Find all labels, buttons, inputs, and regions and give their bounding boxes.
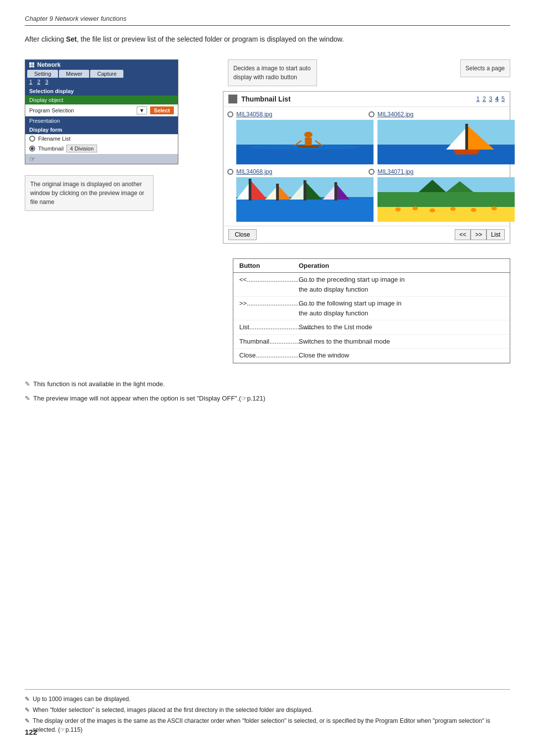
radio-callout-text: Decides a image to start auto display wi…: [233, 65, 311, 81]
footer-note-text-1: Up to 1000 images can be displayed.: [33, 695, 130, 704]
svg-point-33: [429, 208, 435, 212]
tab-setting[interactable]: Setting: [27, 70, 58, 78]
list-operation: Switches to the List mode: [299, 322, 504, 332]
thumbnail-operation: Switches to the thumbnail mode: [299, 337, 504, 347]
thumb-radio-4[interactable]: [369, 169, 374, 175]
network-titlebar: Network: [25, 60, 178, 70]
thumb-item-4-header: MIL34071.jpg: [369, 168, 506, 175]
water-ski-image: [236, 120, 374, 164]
prev-operation: Go to the preceding start up image inthe…: [299, 275, 504, 294]
network-title-text: Network: [37, 61, 60, 68]
svg-rect-8: [377, 120, 515, 145]
thumbnail-window-icon: [228, 95, 237, 103]
filename-list-label: Filename List: [38, 136, 70, 142]
footer-note-2: ✎ When "folder selection" is selected, i…: [25, 706, 510, 714]
presentation-label: Presentation: [25, 116, 178, 125]
select-button[interactable]: Select: [150, 106, 174, 114]
svg-point-32: [413, 206, 418, 210]
note-text-1: This function is not available in the li…: [33, 378, 165, 390]
thumb-item-2-header: MIL34062.jpg: [369, 111, 506, 118]
footer-section: ✎ Up to 1000 images can be displayed. ✎ …: [25, 689, 510, 736]
tab-numbers-row: 1 2 3: [25, 78, 178, 87]
svg-rect-9: [377, 145, 515, 164]
thumb-image-3[interactable]: [236, 177, 374, 222]
four-division-btn[interactable]: 4 Division: [66, 145, 97, 152]
display-object-label: Display object: [25, 96, 178, 104]
intro-paragraph: After clicking Set, the file list or pre…: [25, 34, 510, 45]
next-operation: Go to the following start up image inthe…: [299, 299, 504, 318]
notes-section: ✎ This function is not available in the …: [25, 378, 510, 404]
table-header-row: Button Operation: [233, 259, 510, 273]
footer-note-3: ✎ The display order of the images is the…: [25, 716, 510, 734]
tab-mewer[interactable]: Mewer: [59, 70, 89, 78]
table-row-close: Close.......................... Close th…: [233, 349, 510, 363]
hand-cursor-icon: ☞: [29, 155, 36, 163]
thumb-radio-3[interactable]: [227, 169, 233, 175]
thumbnail-item-4: MIL34071.jpg: [369, 168, 506, 222]
thumb-filename-4[interactable]: MIL34071.jpg: [377, 168, 414, 175]
table-row-thumbnail: Thumbnail.................. Switches to …: [233, 335, 510, 349]
thumbnail-window: Thumbnail List 1 2 3 4 5: [223, 91, 510, 244]
prev-btn-label: <<.....................................: [239, 275, 299, 294]
program-dropdown[interactable]: ▼: [137, 106, 147, 114]
thumbnail-radio[interactable]: [29, 146, 35, 151]
left-callout-text: The original image is displayed on anoth…: [30, 181, 144, 205]
boats-image: [236, 177, 374, 222]
svg-rect-7: [298, 146, 319, 148]
thumb-image-1[interactable]: [236, 120, 374, 164]
next-btn-label: >>.....................................: [239, 299, 299, 318]
thumbnail-btn-label: Thumbnail..................: [239, 337, 299, 347]
svg-point-35: [471, 208, 476, 212]
svg-rect-15: [236, 197, 374, 222]
tab-capture[interactable]: Capture: [90, 70, 123, 78]
thumbnail-footer: Close << >> List: [223, 226, 510, 243]
operation-column-header: Operation: [299, 262, 504, 269]
tab-num-2[interactable]: 2: [37, 79, 40, 85]
page-4[interactable]: 4: [495, 96, 499, 102]
page-1[interactable]: 1: [477, 96, 480, 102]
svg-marker-13: [453, 150, 480, 154]
svg-rect-21: [276, 184, 279, 201]
thumb-image-4[interactable]: [377, 177, 515, 222]
tab-num-1[interactable]: 1: [29, 79, 32, 85]
thumbnail-radio-row: Thumbnail 4 Division: [25, 143, 178, 154]
thumb-radio-2[interactable]: [369, 111, 374, 117]
note-icon-1: ✎: [25, 378, 30, 390]
display-form-header: Display form: [25, 125, 178, 134]
footer-note-text-2: When "folder selection" is selected, ima…: [33, 706, 313, 714]
page-callout-text: Selects a page: [466, 65, 505, 72]
close-button[interactable]: Close: [228, 229, 257, 240]
table-row-next: >>..................................... …: [233, 297, 510, 320]
next-button[interactable]: >>: [471, 229, 486, 240]
thumbnail-item-3: MIL34068.jpg: [227, 168, 365, 222]
boats-svg: [236, 177, 374, 222]
network-tabs-row: Setting Mewer Capture: [25, 70, 178, 78]
thumb-item-1-header: MIL34058.jpg: [227, 111, 365, 118]
filename-list-radio[interactable]: [29, 136, 35, 142]
thumb-image-2[interactable]: [377, 120, 515, 164]
note-text-2: The preview image will not appear when t…: [33, 393, 266, 404]
prev-button[interactable]: <<: [455, 229, 471, 240]
tab-num-3[interactable]: 3: [45, 79, 48, 85]
footer-note-text-3: The display order of the images is the s…: [33, 716, 510, 734]
page-callout-box: Selects a page: [460, 59, 510, 77]
page-3[interactable]: 3: [489, 96, 492, 102]
thumb-radio-1[interactable]: [227, 111, 233, 117]
svg-point-34: [450, 207, 456, 211]
note-item-1: ✎ This function is not available in the …: [25, 378, 510, 390]
filename-list-radio-row: Filename List: [25, 134, 178, 143]
thumbnail-window-title: Thumbnail List: [241, 95, 291, 103]
sailing-image: [377, 120, 515, 164]
table-row-list: List....................................…: [233, 320, 510, 335]
thumb-filename-2[interactable]: MIL34062.jpg: [377, 111, 414, 118]
thumb-filename-1[interactable]: MIL34058.jpg: [236, 111, 272, 118]
page-2[interactable]: 2: [482, 96, 486, 102]
svg-rect-18: [249, 179, 252, 201]
thumbnail-title-area: Thumbnail List: [228, 95, 291, 103]
list-button[interactable]: List: [486, 229, 505, 240]
svg-rect-4: [305, 138, 312, 147]
thumb-filename-3[interactable]: MIL34068.jpg: [236, 168, 272, 175]
network-window-bottom-strip: ☞: [25, 154, 178, 164]
close-operation: Close the window: [299, 351, 504, 360]
page-5[interactable]: 5: [501, 96, 505, 102]
